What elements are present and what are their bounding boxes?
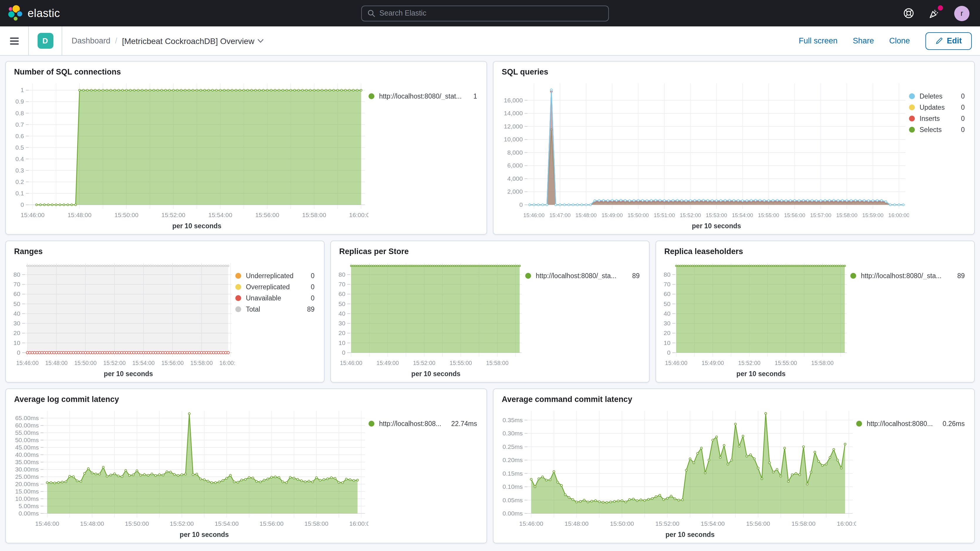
svg-text:15:50:00: 15:50:00: [610, 520, 634, 527]
legend-swatch-icon: [235, 284, 241, 290]
svg-text:16:00:00: 16:00:00: [349, 212, 369, 218]
panel-title: Ranges: [14, 247, 324, 256]
svg-text:15:54:00: 15:54:00: [208, 212, 232, 218]
page: elastic Search Elastic: [0, 0, 980, 551]
legend-value: 0: [961, 115, 965, 122]
dashboard-app-badge[interactable]: D: [37, 33, 53, 49]
elastic-logo[interactable]: elastic: [0, 5, 60, 22]
share-button[interactable]: Share: [853, 37, 874, 45]
svg-text:40: 40: [13, 310, 20, 317]
legend-label: http://localhost:8080...: [867, 420, 933, 427]
legend-item[interactable]: Updates0: [909, 104, 970, 111]
svg-text:15:55:00: 15:55:00: [775, 360, 797, 366]
svg-text:15:48:00: 15:48:00: [575, 212, 597, 218]
svg-text:15:53:00: 15:53:00: [706, 212, 727, 218]
life-ring-icon: [903, 8, 914, 19]
svg-text:15:46:00: 15:46:00: [523, 212, 544, 218]
svg-text:15:46:00: 15:46:00: [35, 520, 59, 527]
svg-text:0: 0: [21, 201, 24, 208]
legend-value: 0: [311, 295, 315, 302]
legend-label: http://localhost:8080/_stat...: [379, 93, 461, 100]
user-avatar[interactable]: r: [954, 6, 969, 21]
search-placeholder: Search Elastic: [379, 9, 426, 17]
chart-replica-leaseholders[interactable]: 0102030405060708015:46:0015:49:0015:52:0…: [661, 257, 850, 380]
svg-text:60: 60: [339, 290, 345, 297]
chart-replicas-per-store[interactable]: 0102030405060708015:46:0015:49:0015:52:0…: [336, 257, 525, 380]
svg-text:15:58:00: 15:58:00: [836, 212, 858, 218]
panel-replica-leaseholders: Replica leaseholders 0102030405060708015…: [655, 240, 975, 382]
svg-text:15:47:00: 15:47:00: [549, 212, 570, 218]
svg-text:30: 30: [664, 320, 670, 326]
chart-sql-connections[interactable]: 00.10.20.30.40.50.60.70.80.9115:46:0015:…: [11, 78, 369, 232]
svg-text:80: 80: [339, 271, 345, 278]
svg-text:15:58:00: 15:58:00: [304, 520, 328, 527]
chart-sql-queries[interactable]: 02,0004,0006,0008,00010,00012,00014,0001…: [498, 78, 909, 232]
svg-text:15:58:00: 15:58:00: [191, 360, 213, 366]
clone-button[interactable]: Clone: [889, 37, 910, 45]
search-input[interactable]: Search Elastic: [361, 5, 609, 21]
svg-text:0.5: 0.5: [16, 144, 24, 151]
legend-swatch-icon: [235, 295, 241, 301]
panel-title: Average log commit latency: [14, 395, 487, 404]
menu-button[interactable]: [0, 26, 29, 55]
legend-item[interactable]: http://localhost:808...22.74ms: [369, 420, 483, 427]
svg-text:0.15ms: 0.15ms: [503, 470, 523, 477]
svg-text:16:00:00: 16:00:00: [837, 520, 856, 527]
svg-text:20: 20: [13, 330, 20, 336]
legend-item[interactable]: http://localhost:8080/_stat...1: [369, 93, 483, 100]
svg-text:15:52:00: 15:52:00: [655, 520, 679, 527]
svg-text:15:50:00: 15:50:00: [125, 520, 149, 527]
svg-text:0.1: 0.1: [16, 190, 24, 197]
svg-text:1: 1: [21, 86, 24, 93]
legend-swatch-icon: [909, 93, 915, 99]
svg-text:15:50:00: 15:50:00: [115, 212, 138, 218]
legend-label: Unavailable: [246, 295, 281, 302]
svg-text:10,000: 10,000: [504, 136, 523, 143]
svg-text:0.6: 0.6: [16, 133, 24, 139]
legend-item[interactable]: http://localhost:8080/_sta...89: [525, 272, 646, 279]
legend-item[interactable]: http://localhost:8080/_sta...89: [850, 272, 970, 279]
svg-text:15:49:00: 15:49:00: [702, 360, 724, 366]
legend-replica-leaseholders: http://localhost:8080/_sta...89: [850, 257, 970, 380]
chart-log-commit-latency[interactable]: 0.00ms5.00ms10.00ms15.00ms20.00ms25.00ms…: [11, 405, 369, 540]
legend-item[interactable]: Unavailable0: [235, 295, 320, 302]
legend-item[interactable]: Underreplicated0: [235, 272, 320, 279]
svg-text:0.7: 0.7: [16, 121, 24, 128]
svg-text:60: 60: [13, 290, 20, 297]
legend-swatch-icon: [369, 421, 374, 427]
svg-text:15:50:00: 15:50:00: [74, 360, 97, 366]
breadcrumb-separator: /: [115, 37, 118, 45]
svg-text:15:54:00: 15:54:00: [701, 520, 725, 527]
chart-command-commit-latency[interactable]: 0.00ms0.05ms0.10ms0.15ms0.20ms0.25ms0.30…: [498, 405, 856, 540]
full-screen-button[interactable]: Full screen: [799, 37, 837, 45]
chart-ranges[interactable]: 0102030405060708015:46:0015:48:0015:50:0…: [11, 257, 235, 380]
legend-item[interactable]: http://localhost:8080...0.26ms: [856, 420, 970, 427]
svg-text:15.00ms: 15.00ms: [15, 488, 39, 495]
svg-text:10.00ms: 10.00ms: [15, 495, 39, 502]
legend-item[interactable]: Deletes0: [909, 93, 970, 100]
svg-text:10: 10: [339, 339, 345, 346]
legend-value: 0: [311, 283, 315, 290]
legend-item[interactable]: Inserts0: [909, 115, 970, 122]
legend-label: Underreplicated: [246, 272, 293, 279]
svg-text:15:52:00: 15:52:00: [161, 212, 185, 218]
legend-item[interactable]: Selects0: [909, 126, 970, 133]
help-button[interactable]: [902, 7, 914, 19]
brand-name: elastic: [27, 7, 60, 20]
svg-text:15:55:00: 15:55:00: [450, 360, 472, 366]
legend-swatch-icon: [856, 421, 862, 427]
svg-text:15:54:00: 15:54:00: [215, 520, 239, 527]
newsfeed-button[interactable]: [928, 7, 940, 19]
svg-text:15:56:00: 15:56:00: [161, 360, 184, 366]
page-title[interactable]: [Metricbeat CockroachDB] Overview: [122, 36, 264, 46]
breadcrumb-dashboard-link[interactable]: Dashboard: [72, 37, 110, 45]
breadcrumb: Dashboard / [Metricbeat CockroachDB] Ove…: [62, 36, 264, 46]
edit-button[interactable]: Edit: [925, 32, 972, 49]
svg-text:15:59:00: 15:59:00: [862, 212, 883, 218]
svg-text:20.00ms: 20.00ms: [15, 481, 39, 487]
svg-text:0: 0: [342, 349, 346, 356]
legend-item[interactable]: Total89: [235, 306, 320, 313]
svg-text:50: 50: [339, 301, 345, 307]
svg-text:15:58:00: 15:58:00: [302, 212, 326, 218]
legend-item[interactable]: Overreplicated0: [235, 283, 320, 290]
